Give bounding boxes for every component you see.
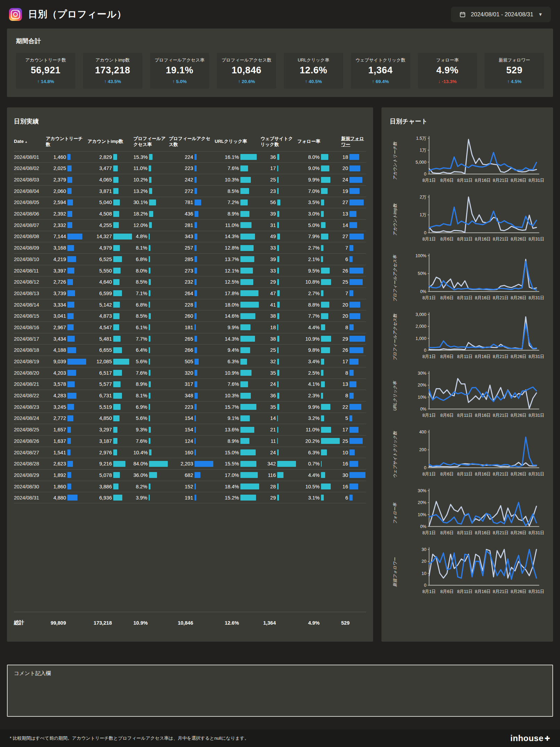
column-header[interactable]: アカウントimp数 bbox=[88, 139, 133, 145]
metric-cell: 8.9% bbox=[133, 379, 168, 390]
cell-value: 191 bbox=[169, 495, 195, 501]
column-header[interactable]: プロフィールアクセス数 bbox=[169, 136, 214, 148]
metric-cell: 39 bbox=[261, 208, 297, 219]
svg-text:0%: 0% bbox=[420, 407, 426, 412]
metric-cell: 2,772 bbox=[46, 413, 87, 424]
date-cell: 2024/08/14 bbox=[14, 299, 45, 310]
metric-cell: 10.8% bbox=[297, 276, 340, 287]
cell-bar bbox=[195, 393, 198, 399]
metric-cell: 12.0% bbox=[133, 220, 168, 231]
cell-value: 9.1% bbox=[215, 415, 240, 421]
column-header-date[interactable]: Date ▲ bbox=[14, 139, 45, 145]
metric-cell: 4,255 bbox=[88, 220, 133, 231]
metric-cell: 10.2% bbox=[133, 174, 168, 185]
cell-bar bbox=[67, 154, 71, 160]
column-header[interactable]: URLクリック率 bbox=[215, 139, 260, 145]
column-header[interactable]: アカウントリーチ数 bbox=[46, 136, 87, 148]
cell-value: 4,188 bbox=[46, 347, 67, 353]
metric-cell: 266 bbox=[169, 344, 214, 356]
cell-bar-track bbox=[113, 256, 133, 262]
cell-bar bbox=[277, 279, 279, 285]
cell-value: 223 bbox=[169, 165, 195, 171]
cell-bar bbox=[149, 404, 150, 410]
metric-cell: 30 bbox=[341, 470, 366, 481]
cell-bar-track bbox=[349, 177, 366, 183]
metric-cell: 56 bbox=[261, 197, 297, 208]
metric-cell: 11.0% bbox=[297, 424, 340, 435]
cell-value: 24 bbox=[341, 177, 349, 182]
metric-cell: 5.6% bbox=[133, 413, 168, 424]
metric-cell: 436 bbox=[169, 208, 214, 219]
metric-cell: 15.3% bbox=[133, 152, 168, 163]
cell-value: 29 bbox=[261, 495, 277, 501]
cell-value: 10.5% bbox=[297, 484, 321, 489]
cell-bar bbox=[195, 245, 197, 251]
kpi-value: 56,921 bbox=[18, 65, 73, 76]
cell-bar bbox=[67, 393, 76, 399]
cell-bar-track bbox=[240, 313, 260, 319]
metric-cell: 6.1% bbox=[133, 322, 168, 333]
metric-cell: 13.6% bbox=[215, 424, 260, 435]
metric-cell: 41 bbox=[261, 299, 297, 310]
cell-bar-track bbox=[277, 200, 297, 205]
cell-bar bbox=[67, 188, 72, 194]
cell-value: 343 bbox=[169, 234, 195, 239]
cell-value: 30 bbox=[341, 472, 349, 478]
cell-value: 7.0% bbox=[297, 188, 321, 194]
metric-cell: 3,871 bbox=[88, 186, 133, 197]
cell-value: 21 bbox=[261, 427, 277, 432]
metric-cell: 223 bbox=[169, 163, 214, 174]
cell-bar-track bbox=[195, 415, 214, 421]
instagram-logo-icon bbox=[9, 8, 22, 21]
cell-bar bbox=[195, 188, 197, 194]
cell-bar-track bbox=[67, 427, 87, 433]
cell-bar bbox=[349, 472, 365, 478]
column-header[interactable]: フォロー率 bbox=[297, 139, 340, 145]
date-cell: 2024/08/18 bbox=[14, 344, 45, 356]
metric-cell: 18.0% bbox=[215, 299, 260, 310]
metric-cell: 31 bbox=[261, 220, 297, 231]
svg-text:0: 0 bbox=[424, 230, 426, 235]
svg-text:100%: 100% bbox=[415, 253, 427, 258]
metric-cell: 4,188 bbox=[46, 344, 87, 356]
metric-cell: 2.7% bbox=[297, 288, 340, 299]
cell-bar-track bbox=[195, 336, 214, 342]
column-header[interactable]: プロフィールアクセス率 bbox=[133, 136, 168, 148]
metric-cell: 7.1% bbox=[133, 288, 168, 299]
cell-bar-track bbox=[67, 484, 87, 489]
cell-value: 1,892 bbox=[46, 472, 67, 478]
svg-text:10%: 10% bbox=[418, 512, 427, 517]
svg-text:8月6日: 8月6日 bbox=[440, 237, 454, 242]
cell-value: 5 bbox=[341, 415, 349, 421]
metric-cell: 154 bbox=[169, 424, 214, 435]
cell-value: 11.0% bbox=[297, 427, 321, 432]
metric-cell: 3,187 bbox=[88, 436, 133, 447]
cell-value: 36 bbox=[261, 154, 277, 160]
chart-y-axis-title: 新規フォロワー bbox=[390, 546, 400, 598]
cell-value: 4,065 bbox=[88, 177, 113, 182]
metric-cell: 2.5% bbox=[297, 367, 340, 379]
column-header[interactable]: 新規フォロワー bbox=[341, 136, 366, 148]
cell-bar-track bbox=[240, 404, 260, 410]
metric-cell: 3,334 bbox=[46, 299, 87, 310]
cell-bar bbox=[195, 279, 197, 285]
metric-cell: 5 bbox=[341, 413, 366, 424]
svg-text:8月26日: 8月26日 bbox=[511, 354, 526, 359]
cell-bar bbox=[149, 222, 152, 228]
cell-value: 2.7% bbox=[297, 291, 321, 296]
cell-bar bbox=[149, 245, 150, 251]
cell-bar-track bbox=[195, 165, 214, 171]
column-header[interactable]: ウェブサイトクリック数 bbox=[261, 136, 297, 148]
table-total-row: 総計99,809173,21810.9%10,84612.6%1,3644.9%… bbox=[14, 612, 366, 633]
chart-plot: 3,0002,0001,00008月1日8月6日8月11日8月16日8月21日8… bbox=[400, 311, 546, 363]
cell-bar-track bbox=[113, 347, 133, 353]
comment-box[interactable]: コメント記入欄 bbox=[7, 665, 553, 717]
date-range-picker[interactable]: 2024/08/01 - 2024/08/31 ▼ bbox=[451, 7, 551, 22]
cell-value: 16 bbox=[341, 461, 349, 466]
metric-cell: 8.8% bbox=[297, 299, 340, 310]
metric-cell: 15.2% bbox=[215, 492, 260, 503]
svg-text:30%: 30% bbox=[418, 371, 427, 376]
footer-note: * 比較期間はすべて前の期間。アカウントリーチ数とプロフィールアクセス率は、月中… bbox=[10, 735, 249, 741]
total-metric-cell: 12.6% bbox=[215, 612, 260, 633]
cell-value: 4,547 bbox=[88, 325, 113, 330]
